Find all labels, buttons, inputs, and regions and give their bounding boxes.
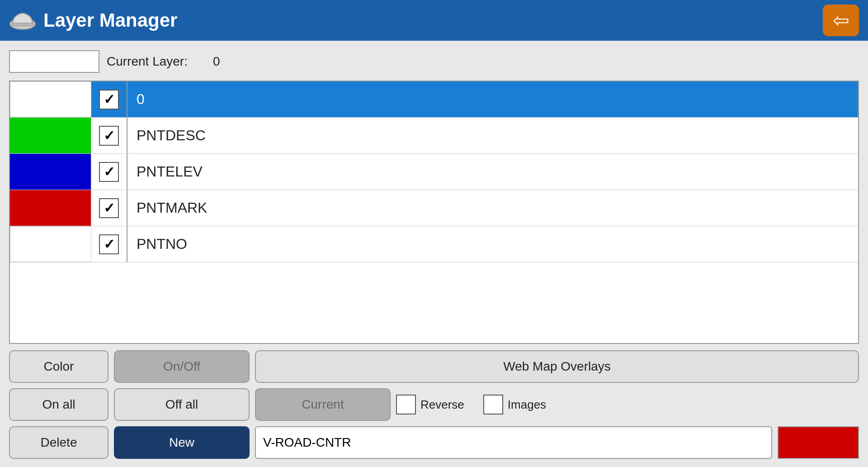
layer-checkbox-cell: ✓ bbox=[91, 190, 127, 226]
btn-row-2: On all Off all Current Reverse Images bbox=[9, 388, 859, 421]
layer-row[interactable]: ✓PNTNO bbox=[10, 226, 858, 262]
layer-row[interactable]: ✓PNTDESC bbox=[10, 118, 858, 154]
layer-checkbox[interactable]: ✓ bbox=[99, 234, 119, 254]
current-layer-label: Current Layer: bbox=[107, 54, 188, 69]
header: Layer Manager ⇦ bbox=[0, 0, 868, 41]
delete-button[interactable]: Delete bbox=[9, 426, 108, 459]
layer-row[interactable]: ✓PNTELEV bbox=[10, 154, 858, 190]
new-button[interactable]: New bbox=[114, 426, 250, 459]
layer-name: PNTMARK bbox=[127, 200, 207, 216]
app-title: Layer Manager bbox=[43, 10, 177, 31]
layer-list: ✓0✓PNTDESC✓PNTELEV✓PNTMARK✓PNTNO bbox=[9, 81, 859, 344]
header-left: Layer Manager bbox=[9, 7, 177, 34]
layer-checkbox-cell: ✓ bbox=[91, 154, 127, 190]
layer-checkbox-cell: ✓ bbox=[91, 81, 127, 117]
layer-color-swatch bbox=[10, 190, 91, 226]
btn-row-3: Delete New bbox=[9, 426, 859, 459]
color-button[interactable]: Color bbox=[9, 350, 108, 383]
new-layer-color-swatch bbox=[778, 426, 859, 459]
layer-name: PNTDESC bbox=[127, 127, 206, 144]
layer-checkbox-cell: ✓ bbox=[91, 118, 127, 153]
onoff-button[interactable]: On/Off bbox=[114, 350, 250, 383]
layer-color-swatch bbox=[10, 154, 91, 190]
layer-checkbox-cell: ✓ bbox=[91, 226, 127, 262]
on-all-button[interactable]: On all bbox=[9, 388, 108, 421]
layer-checkbox[interactable]: ✓ bbox=[99, 126, 119, 146]
new-layer-input[interactable] bbox=[255, 426, 772, 459]
layer-name: PNTNO bbox=[127, 236, 187, 253]
current-layer-value: 0 bbox=[213, 54, 220, 69]
layer-color-swatch bbox=[10, 226, 91, 262]
images-checkbox-label[interactable]: Images bbox=[483, 395, 546, 415]
reverse-checkbox-label[interactable]: Reverse bbox=[396, 395, 464, 415]
hardhat-icon bbox=[9, 7, 36, 34]
images-label: Images bbox=[508, 398, 546, 412]
content-area: Current Layer: 0 ✓0✓PNTDESC✓PNTELEV✓PNTM… bbox=[0, 41, 868, 467]
images-checkbox[interactable] bbox=[483, 395, 503, 415]
back-arrow-icon: ⇦ bbox=[833, 10, 849, 30]
layer-checkbox[interactable]: ✓ bbox=[99, 90, 119, 110]
layer-row[interactable]: ✓PNTMARK bbox=[10, 190, 858, 226]
layer-row[interactable]: ✓0 bbox=[10, 81, 858, 118]
web-map-overlays-button[interactable]: Web Map Overlays bbox=[255, 350, 859, 383]
off-all-button[interactable]: Off all bbox=[114, 388, 250, 421]
svg-rect-1 bbox=[12, 23, 33, 26]
buttons-area: Color On/Off Web Map Overlays On all Off… bbox=[9, 350, 859, 459]
back-button[interactable]: ⇦ bbox=[823, 5, 859, 36]
reverse-checkbox[interactable] bbox=[396, 395, 416, 415]
current-button[interactable]: Current bbox=[255, 388, 391, 421]
reverse-label: Reverse bbox=[420, 398, 464, 412]
layer-color-swatch bbox=[10, 118, 91, 153]
layer-color-swatch bbox=[10, 81, 91, 117]
current-layer-bar: Current Layer: 0 bbox=[9, 49, 859, 74]
current-layer-swatch bbox=[9, 50, 99, 73]
layer-name: 0 bbox=[127, 91, 145, 108]
layer-name: PNTELEV bbox=[127, 163, 203, 180]
btn-row-1: Color On/Off Web Map Overlays bbox=[9, 350, 859, 383]
layer-checkbox[interactable]: ✓ bbox=[99, 162, 119, 182]
layer-checkbox[interactable]: ✓ bbox=[99, 198, 119, 218]
